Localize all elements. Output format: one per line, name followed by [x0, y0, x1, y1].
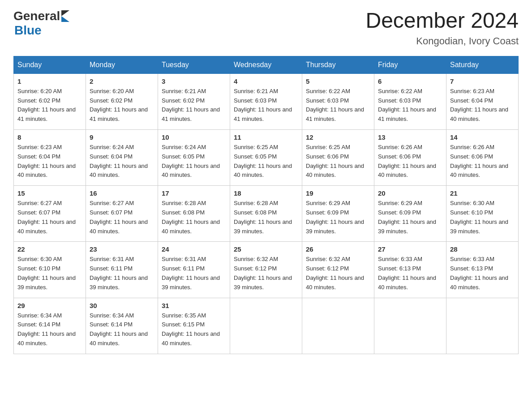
day-number: 14: [450, 133, 515, 141]
day-info: Sunrise: 6:25 AM Sunset: 6:06 PM Dayligh…: [306, 143, 370, 180]
day-info: Sunrise: 6:34 AM Sunset: 6:14 PM Dayligh…: [90, 311, 154, 348]
table-row: 15 Sunrise: 6:27 AM Sunset: 6:07 PM Dayl…: [14, 186, 86, 242]
header-sunday: Sunday: [14, 56, 86, 73]
header-saturday: Saturday: [446, 56, 519, 73]
daylight-text: Daylight: 11 hours and 40 minutes.: [90, 330, 148, 347]
day-number: 8: [17, 133, 82, 141]
sunset-text: Sunset: 6:13 PM: [450, 265, 493, 272]
sunset-text: Sunset: 6:07 PM: [17, 209, 60, 216]
table-row: 17 Sunrise: 6:28 AM Sunset: 6:08 PM Dayl…: [158, 186, 230, 242]
day-info: Sunrise: 6:33 AM Sunset: 6:13 PM Dayligh…: [378, 255, 442, 292]
table-row: 20 Sunrise: 6:29 AM Sunset: 6:09 PM Dayl…: [374, 186, 446, 242]
calendar-week-row: 8 Sunrise: 6:23 AM Sunset: 6:04 PM Dayli…: [14, 129, 519, 185]
sunrise-text: Sunrise: 6:22 AM: [378, 88, 422, 94]
header-tuesday: Tuesday: [158, 56, 230, 73]
sunrise-text: Sunrise: 6:24 AM: [90, 144, 134, 150]
sunrise-text: Sunrise: 6:32 AM: [306, 256, 350, 262]
table-row: 10 Sunrise: 6:24 AM Sunset: 6:05 PM Dayl…: [158, 129, 230, 185]
calendar-header-row: Sunday Monday Tuesday Wednesday Thursday…: [14, 56, 519, 73]
sunset-text: Sunset: 6:06 PM: [378, 153, 421, 160]
daylight-text: Daylight: 11 hours and 41 minutes.: [162, 106, 220, 122]
table-row: 9 Sunrise: 6:24 AM Sunset: 6:04 PM Dayli…: [86, 129, 158, 185]
day-info: Sunrise: 6:24 AM Sunset: 6:04 PM Dayligh…: [90, 143, 154, 180]
header-thursday: Thursday: [302, 56, 374, 73]
daylight-text: Daylight: 11 hours and 40 minutes.: [162, 218, 220, 235]
day-number: 13: [378, 133, 442, 141]
day-number: 22: [17, 245, 82, 253]
daylight-text: Daylight: 11 hours and 40 minutes.: [378, 274, 436, 291]
calendar-week-row: 1 Sunrise: 6:20 AM Sunset: 6:02 PM Dayli…: [14, 73, 519, 129]
sunrise-text: Sunrise: 6:28 AM: [234, 200, 278, 206]
table-row: 5 Sunrise: 6:22 AM Sunset: 6:03 PM Dayli…: [302, 73, 374, 129]
table-row: 11 Sunrise: 6:25 AM Sunset: 6:05 PM Dayl…: [230, 129, 302, 185]
daylight-text: Daylight: 11 hours and 40 minutes.: [17, 163, 76, 179]
sunset-text: Sunset: 6:08 PM: [234, 209, 277, 216]
sunset-text: Sunset: 6:04 PM: [90, 153, 133, 160]
table-row: 22 Sunrise: 6:30 AM Sunset: 6:10 PM Dayl…: [14, 242, 86, 298]
sunrise-text: Sunrise: 6:22 AM: [306, 88, 350, 94]
day-info: Sunrise: 6:28 AM Sunset: 6:08 PM Dayligh…: [162, 199, 226, 236]
daylight-text: Daylight: 11 hours and 40 minutes.: [306, 163, 364, 179]
daylight-text: Daylight: 11 hours and 39 minutes.: [17, 274, 76, 291]
daylight-text: Daylight: 11 hours and 40 minutes.: [378, 163, 436, 179]
table-row: 8 Sunrise: 6:23 AM Sunset: 6:04 PM Dayli…: [14, 129, 86, 185]
daylight-text: Daylight: 11 hours and 41 minutes.: [17, 106, 76, 122]
day-info: Sunrise: 6:20 AM Sunset: 6:02 PM Dayligh…: [90, 87, 154, 124]
day-number: 17: [162, 189, 226, 197]
table-row: 21 Sunrise: 6:30 AM Sunset: 6:10 PM Dayl…: [446, 186, 519, 242]
daylight-text: Daylight: 11 hours and 40 minutes.: [162, 163, 220, 179]
calendar-week-row: 29 Sunrise: 6:34 AM Sunset: 6:14 PM Dayl…: [14, 298, 519, 354]
daylight-text: Daylight: 11 hours and 41 minutes.: [306, 106, 364, 122]
table-row: 29 Sunrise: 6:34 AM Sunset: 6:14 PM Dayl…: [14, 298, 86, 354]
day-number: 12: [306, 133, 370, 141]
day-info: Sunrise: 6:21 AM Sunset: 6:03 PM Dayligh…: [234, 87, 298, 124]
sunrise-text: Sunrise: 6:33 AM: [378, 256, 422, 262]
day-number: 1: [17, 77, 82, 85]
sunrise-text: Sunrise: 6:29 AM: [306, 200, 350, 206]
sunrise-text: Sunrise: 6:31 AM: [162, 256, 206, 262]
sunset-text: Sunset: 6:11 PM: [162, 265, 205, 272]
table-row: 12 Sunrise: 6:25 AM Sunset: 6:06 PM Dayl…: [302, 129, 374, 185]
daylight-text: Daylight: 11 hours and 40 minutes.: [17, 330, 76, 347]
sunset-text: Sunset: 6:07 PM: [90, 209, 133, 216]
daylight-text: Daylight: 11 hours and 40 minutes.: [450, 274, 508, 291]
day-info: Sunrise: 6:24 AM Sunset: 6:05 PM Dayligh…: [162, 143, 226, 180]
day-number: 20: [378, 189, 442, 197]
table-row: [446, 298, 519, 354]
daylight-text: Daylight: 11 hours and 41 minutes.: [90, 106, 148, 122]
table-row: 19 Sunrise: 6:29 AM Sunset: 6:09 PM Dayl…: [302, 186, 374, 242]
daylight-text: Daylight: 11 hours and 40 minutes.: [234, 163, 292, 179]
table-row: 7 Sunrise: 6:23 AM Sunset: 6:04 PM Dayli…: [446, 73, 519, 129]
sunset-text: Sunset: 6:09 PM: [378, 209, 421, 216]
sunset-text: Sunset: 6:12 PM: [234, 265, 277, 272]
table-row: [230, 298, 302, 354]
sunrise-text: Sunrise: 6:31 AM: [90, 256, 134, 262]
day-info: Sunrise: 6:33 AM Sunset: 6:13 PM Dayligh…: [450, 255, 515, 292]
day-info: Sunrise: 6:27 AM Sunset: 6:07 PM Dayligh…: [17, 199, 82, 236]
sunset-text: Sunset: 6:12 PM: [306, 265, 349, 272]
table-row: 23 Sunrise: 6:31 AM Sunset: 6:11 PM Dayl…: [86, 242, 158, 298]
sunset-text: Sunset: 6:06 PM: [306, 153, 349, 160]
sunrise-text: Sunrise: 6:33 AM: [450, 256, 494, 262]
table-row: 6 Sunrise: 6:22 AM Sunset: 6:03 PM Dayli…: [374, 73, 446, 129]
table-row: 28 Sunrise: 6:33 AM Sunset: 6:13 PM Dayl…: [446, 242, 519, 298]
table-row: [302, 298, 374, 354]
day-number: 2: [90, 77, 154, 85]
sunset-text: Sunset: 6:02 PM: [162, 97, 205, 104]
sunset-text: Sunset: 6:09 PM: [306, 209, 349, 216]
table-row: 2 Sunrise: 6:20 AM Sunset: 6:02 PM Dayli…: [86, 73, 158, 129]
day-number: 24: [162, 245, 226, 253]
daylight-text: Daylight: 11 hours and 39 minutes.: [234, 274, 292, 291]
day-number: 27: [378, 245, 442, 253]
sunset-text: Sunset: 6:03 PM: [234, 97, 277, 104]
table-row: 18 Sunrise: 6:28 AM Sunset: 6:08 PM Dayl…: [230, 186, 302, 242]
daylight-text: Daylight: 11 hours and 40 minutes.: [450, 106, 508, 122]
daylight-text: Daylight: 11 hours and 40 minutes.: [17, 218, 76, 235]
day-number: 10: [162, 133, 226, 141]
sunrise-text: Sunrise: 6:21 AM: [234, 88, 278, 94]
table-row: 4 Sunrise: 6:21 AM Sunset: 6:03 PM Dayli…: [230, 73, 302, 129]
sunset-text: Sunset: 6:02 PM: [17, 97, 60, 104]
sunrise-text: Sunrise: 6:29 AM: [378, 200, 422, 206]
day-info: Sunrise: 6:22 AM Sunset: 6:03 PM Dayligh…: [378, 87, 442, 124]
logo-arrow-bottom: [61, 16, 69, 22]
